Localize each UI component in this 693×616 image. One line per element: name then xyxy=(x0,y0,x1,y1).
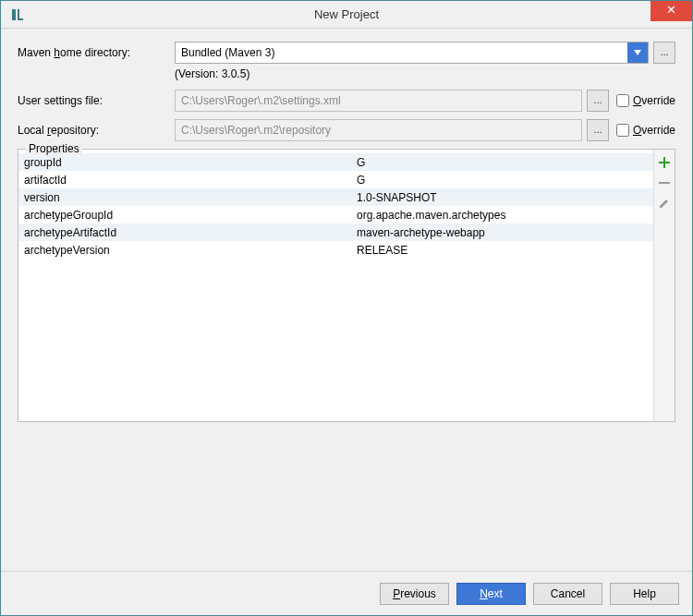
property-key: archetypeGroupId xyxy=(18,209,351,222)
override-checkbox-2[interactable] xyxy=(616,124,629,137)
local-repo-browse-button[interactable]: ... xyxy=(587,119,609,141)
remove-icon[interactable] xyxy=(657,175,672,190)
svg-rect-1 xyxy=(18,9,19,20)
help-button[interactable]: Help xyxy=(610,583,679,605)
property-key: archetypeVersion xyxy=(18,244,351,257)
table-row[interactable]: archetypeArtifactIdmaven-archetype-webap… xyxy=(18,223,653,241)
table-row[interactable]: artifactIdG xyxy=(18,171,653,188)
property-value: maven-archetype-webapp xyxy=(351,226,653,239)
user-settings-override-checkbox[interactable]: Override xyxy=(616,94,675,107)
property-key: groupId xyxy=(18,156,351,169)
table-row[interactable]: archetypeVersionRELEASE xyxy=(18,241,653,259)
user-settings-input: C:\Users\Roger\.m2\settings.xml xyxy=(175,90,582,112)
property-value: G xyxy=(351,174,653,187)
add-icon[interactable] xyxy=(657,155,672,170)
cancel-button[interactable]: Cancel xyxy=(533,583,602,605)
property-value: G xyxy=(351,156,653,169)
properties-fieldset: Properties groupIdGartifactIdGversion1.0… xyxy=(18,149,675,422)
property-key: archetypeArtifactId xyxy=(18,226,351,239)
svg-rect-3 xyxy=(659,182,670,184)
button-bar: Previous Next Cancel Help xyxy=(1,571,692,615)
maven-home-value: Bundled (Maven 3) xyxy=(176,46,627,59)
local-repo-input: C:\Users\Roger\.m2\repository xyxy=(175,119,582,141)
next-button[interactable]: Next xyxy=(456,583,526,605)
property-key: artifactId xyxy=(18,174,351,187)
property-value: org.apache.maven.archetypes xyxy=(351,209,653,222)
previous-button[interactable]: Previous xyxy=(380,583,449,605)
local-repo-label: Local repository: xyxy=(18,124,175,137)
dropdown-arrow-icon[interactable] xyxy=(627,42,648,63)
new-project-dialog: New Project ✕ Maven home directory: Bund… xyxy=(0,0,693,616)
close-button[interactable]: ✕ xyxy=(650,1,692,21)
svg-rect-2 xyxy=(19,18,23,20)
maven-home-browse-button[interactable]: ... xyxy=(653,42,675,64)
properties-table[interactable]: groupIdGartifactIdGversion1.0-SNAPSHOTar… xyxy=(18,150,654,421)
maven-home-label: Maven home directory: xyxy=(18,46,175,59)
maven-version-note: (Version: 3.0.5) xyxy=(175,67,675,80)
user-settings-browse-button[interactable]: ... xyxy=(587,90,609,112)
local-repo-override-checkbox[interactable]: Override xyxy=(616,124,675,137)
app-icon xyxy=(6,4,29,26)
titlebar: New Project ✕ xyxy=(1,1,692,29)
override-checkbox-1[interactable] xyxy=(616,94,629,107)
svg-rect-0 xyxy=(12,9,16,20)
property-value: 1.0-SNAPSHOT xyxy=(351,191,653,204)
property-key: version xyxy=(18,191,351,204)
table-row[interactable]: version1.0-SNAPSHOT xyxy=(18,188,653,206)
table-row[interactable]: groupIdG xyxy=(18,153,653,171)
window-title: New Project xyxy=(314,7,379,21)
dialog-content: Maven home directory: Bundled (Maven 3) … xyxy=(1,29,692,422)
table-row[interactable]: archetypeGroupIdorg.apache.maven.archety… xyxy=(18,206,653,223)
properties-legend: Properties xyxy=(26,142,82,155)
edit-icon[interactable] xyxy=(657,196,672,211)
maven-home-combo[interactable]: Bundled (Maven 3) xyxy=(175,42,649,64)
user-settings-label: User settings file: xyxy=(18,94,175,107)
property-value: RELEASE xyxy=(351,244,653,257)
properties-tools xyxy=(654,150,675,421)
